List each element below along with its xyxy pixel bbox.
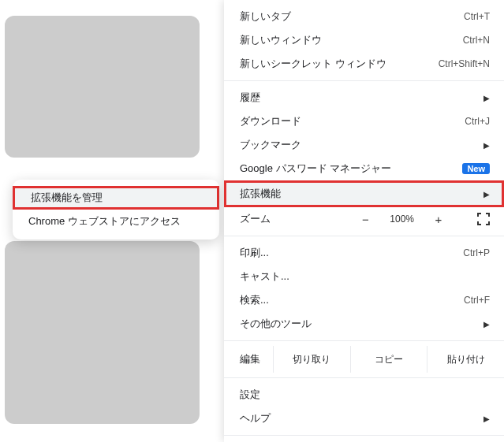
chrome-main-menu: 新しいタブ Ctrl+T 新しいウィンドウ Ctrl+N 新しいシークレット ウ…: [224, 0, 504, 442]
copy-button[interactable]: コピー: [350, 346, 427, 373]
menu-item-label: 履歴: [240, 91, 476, 105]
menu-item-label: 検索...: [240, 293, 464, 307]
menu-separator: [224, 435, 504, 436]
chevron-right-icon: ▶: [483, 414, 490, 423]
menu-item-label: ヘルプ: [240, 411, 476, 425]
paste-button[interactable]: 貼り付け: [427, 346, 504, 373]
menu-item-label: 新しいタブ: [240, 9, 464, 24]
menu-separator: [224, 236, 504, 236]
menu-item-label: Chrome ウェブストアにアクセス: [28, 214, 181, 228]
zoom-controls: − 100% +: [358, 213, 490, 226]
menu-item-zoom: ズーム − 100% +: [224, 207, 504, 231]
menu-item-more-tools[interactable]: その他のツール ▶: [224, 312, 504, 336]
menu-separator: [224, 377, 504, 378]
zoom-out-button[interactable]: −: [358, 213, 372, 226]
menu-item-edit-row: 編集 切り取り コピー 貼り付け: [224, 346, 504, 373]
menu-item-shortcut: Ctrl+J: [465, 116, 490, 127]
menu-item-shortcut: Ctrl+Shift+N: [439, 58, 490, 69]
zoom-in-button[interactable]: +: [431, 213, 446, 226]
menu-item-help[interactable]: ヘルプ ▶: [224, 407, 504, 430]
menu-item-bookmarks[interactable]: ブックマーク ▶: [224, 133, 504, 157]
menu-item-shortcut: Ctrl+T: [464, 11, 490, 22]
menu-item-settings[interactable]: 設定: [224, 383, 504, 407]
menu-separator: [224, 80, 504, 81]
menu-item-label: その他のツール: [240, 317, 476, 331]
menu-item-chrome-webstore[interactable]: Chrome ウェブストアにアクセス: [13, 210, 219, 233]
menu-item-label: Google パスワード マネージャー: [240, 162, 456, 176]
menu-item-label: 新しいシークレット ウィンドウ: [240, 57, 439, 71]
menu-item-shortcut: Ctrl+P: [463, 247, 490, 258]
menu-item-label: 印刷...: [240, 246, 463, 260]
menu-item-label: 新しいウィンドウ: [240, 33, 463, 47]
thumbnail-placeholder: [5, 16, 200, 158]
menu-item-incognito[interactable]: 新しいシークレット ウィンドウ Ctrl+Shift+N: [224, 52, 504, 76]
cut-button[interactable]: 切り取り: [273, 346, 350, 373]
zoom-percent: 100%: [390, 214, 414, 225]
menu-item-find[interactable]: 検索... Ctrl+F: [224, 288, 504, 312]
menu-item-cast[interactable]: キャスト...: [224, 265, 504, 288]
menu-item-label: ズーム: [240, 212, 358, 226]
chevron-right-icon: ▶: [483, 141, 490, 150]
new-badge: New: [462, 163, 490, 174]
menu-item-label: 拡張機能を管理: [31, 191, 103, 205]
extensions-submenu: 拡張機能を管理 Chrome ウェブストアにアクセス: [13, 180, 219, 240]
menu-item-shortcut: Ctrl+N: [463, 35, 490, 46]
menu-item-label: 設定: [240, 388, 490, 402]
menu-item-password-manager[interactable]: Google パスワード マネージャー New: [224, 157, 504, 180]
menu-item-label: 拡張機能: [240, 187, 476, 201]
menu-item-label: ブックマーク: [240, 138, 476, 152]
edit-label: 編集: [224, 346, 273, 373]
chevron-right-icon: ▶: [483, 94, 490, 102]
menu-item-print[interactable]: 印刷... Ctrl+P: [224, 241, 504, 265]
menu-item-history[interactable]: 履歴 ▶: [224, 86, 504, 110]
menu-item-extensions[interactable]: 拡張機能 ▶: [224, 180, 504, 207]
menu-separator: [224, 340, 504, 341]
menu-item-new-window[interactable]: 新しいウィンドウ Ctrl+N: [224, 28, 504, 52]
menu-item-label: ダウンロード: [240, 114, 465, 128]
menu-item-shortcut: Ctrl+F: [464, 295, 490, 306]
thumbnail-placeholder: [5, 241, 200, 424]
chevron-right-icon: ▶: [483, 190, 490, 199]
chevron-right-icon: ▶: [483, 320, 490, 329]
menu-item-label: キャスト...: [240, 269, 490, 284]
menu-item-new-tab[interactable]: 新しいタブ Ctrl+T: [224, 5, 504, 28]
menu-item-manage-extensions[interactable]: 拡張機能を管理: [13, 186, 219, 210]
fullscreen-icon[interactable]: [477, 213, 490, 225]
menu-item-downloads[interactable]: ダウンロード Ctrl+J: [224, 110, 504, 133]
